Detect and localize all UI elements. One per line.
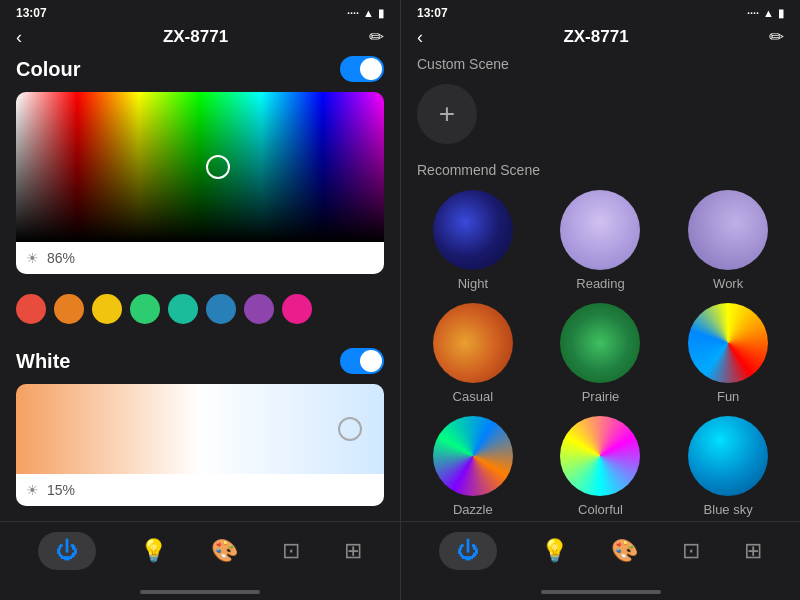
- sun-icon: ☀: [26, 250, 39, 266]
- recommend-scene-label: Recommend Scene: [417, 162, 784, 178]
- custom-scene-label: Custom Scene: [417, 56, 784, 72]
- right-edit-button[interactable]: ✏: [769, 26, 784, 48]
- right-time: 13:07: [417, 6, 448, 20]
- left-bottom-nav: ⏻ 💡 🎨 ⊡ ⊞: [0, 521, 400, 586]
- left-status-icons: ···· ▲ ▮: [347, 7, 384, 20]
- left-phone: 13:07 ···· ▲ ▮ ‹ ZX-8771 ✏ Colour ☀ 86%: [0, 0, 400, 600]
- edit-button[interactable]: ✏: [369, 26, 384, 48]
- color-picker-cursor[interactable]: [206, 155, 230, 179]
- white-section-header: White: [16, 348, 384, 374]
- colour-toggle[interactable]: [340, 56, 384, 82]
- white-label: White: [16, 350, 70, 373]
- scene-dazzle[interactable]: Dazzle: [417, 416, 529, 517]
- scene-prairie[interactable]: Prairie: [545, 303, 657, 404]
- right-signal-icon: ····: [747, 7, 759, 19]
- right-status-icons: ···· ▲ ▮: [747, 7, 784, 20]
- scene-bluesky-circle: [688, 416, 768, 496]
- scene-dazzle-label: Dazzle: [453, 502, 493, 517]
- scene-reading[interactable]: Reading: [545, 190, 657, 291]
- palette-icon: 🎨: [211, 538, 238, 564]
- left-nav-power[interactable]: ⏻: [38, 532, 96, 570]
- colour-label: Colour: [16, 58, 80, 81]
- white-picker-cursor[interactable]: [338, 417, 362, 441]
- battery-icon: ▮: [378, 7, 384, 20]
- right-wifi-icon: ▲: [763, 7, 774, 19]
- scene-work-label: Work: [713, 276, 743, 291]
- right-nav-color[interactable]: 🎨: [611, 538, 638, 564]
- right-nav-power[interactable]: ⏻: [439, 532, 497, 570]
- swatch-pink[interactable]: [282, 294, 312, 324]
- scene-night-label: Night: [458, 276, 488, 291]
- left-content: Colour ☀ 86% White: [0, 56, 400, 521]
- scene-fun-circle: [688, 303, 768, 383]
- scene-casual-circle: [433, 303, 513, 383]
- grid-icon: ⊞: [344, 538, 362, 564]
- right-bottom-nav: ⏻ 💡 🎨 ⊡ ⊞: [401, 521, 800, 586]
- swatch-teal[interactable]: [168, 294, 198, 324]
- scene-colorful-circle: [560, 416, 640, 496]
- color-picker-container: ☀ 86%: [16, 92, 384, 274]
- scene-colorful[interactable]: Colorful: [545, 416, 657, 517]
- left-status-bar: 13:07 ···· ▲ ▮: [0, 0, 400, 22]
- right-back-button[interactable]: ‹: [417, 27, 423, 48]
- power-icon: ⏻: [56, 538, 78, 564]
- light-icon: 💡: [140, 538, 167, 564]
- scene-casual[interactable]: Casual: [417, 303, 529, 404]
- back-button[interactable]: ‹: [16, 27, 22, 48]
- white-brightness-row: ☀ 15%: [16, 474, 384, 506]
- left-home-indicator: [140, 590, 260, 594]
- add-custom-scene-button[interactable]: +: [417, 84, 477, 144]
- scene-work-circle: [688, 190, 768, 270]
- white-picker-container: ☀ 15%: [16, 384, 384, 506]
- swatch-red[interactable]: [16, 294, 46, 324]
- right-power-icon: ⏻: [457, 538, 479, 564]
- right-battery-icon: ▮: [778, 7, 784, 20]
- scene-colorful-label: Colorful: [578, 502, 623, 517]
- right-device-title: ZX-8771: [563, 27, 628, 47]
- scene-prairie-label: Prairie: [582, 389, 620, 404]
- right-nav-timer[interactable]: ⊡: [682, 538, 700, 564]
- left-nav-timer[interactable]: ⊡: [282, 538, 300, 564]
- color-gradient[interactable]: [16, 92, 384, 242]
- signal-icon: ····: [347, 7, 359, 19]
- left-nav-color[interactable]: 🎨: [211, 538, 238, 564]
- scene-prairie-circle: [560, 303, 640, 383]
- right-grid-icon: ⊞: [744, 538, 762, 564]
- left-nav-grid[interactable]: ⊞: [344, 538, 362, 564]
- scene-bluesky-label: Blue sky: [704, 502, 753, 517]
- swatch-yellow[interactable]: [92, 294, 122, 324]
- scene-night-circle: [433, 190, 513, 270]
- color-swatches: [16, 284, 384, 334]
- colour-brightness-row: ☀ 86%: [16, 242, 384, 274]
- scene-bluesky[interactable]: Blue sky: [672, 416, 784, 517]
- left-header: ‹ ZX-8771 ✏: [0, 22, 400, 56]
- scene-dazzle-circle: [433, 416, 513, 496]
- colour-brightness-value: 86%: [47, 250, 75, 266]
- left-device-title: ZX-8771: [163, 27, 228, 47]
- swatch-purple[interactable]: [244, 294, 274, 324]
- wifi-icon: ▲: [363, 7, 374, 19]
- right-nav-light[interactable]: 💡: [541, 538, 568, 564]
- scene-work[interactable]: Work: [672, 190, 784, 291]
- right-palette-icon: 🎨: [611, 538, 638, 564]
- right-light-icon: 💡: [541, 538, 568, 564]
- right-status-bar: 13:07 ···· ▲ ▮: [401, 0, 800, 22]
- white-brightness-value: 15%: [47, 482, 75, 498]
- white-toggle[interactable]: [340, 348, 384, 374]
- swatch-blue[interactable]: [206, 294, 236, 324]
- timer-icon: ⊡: [282, 538, 300, 564]
- scene-night[interactable]: Night: [417, 190, 529, 291]
- white-sun-icon: ☀: [26, 482, 39, 498]
- right-timer-icon: ⊡: [682, 538, 700, 564]
- scene-grid: Night Reading Work Casual Prairie Fun: [417, 190, 784, 521]
- right-phone: 13:07 ···· ▲ ▮ ‹ ZX-8771 ✏ Custom Scene …: [400, 0, 800, 600]
- white-gradient[interactable]: [16, 384, 384, 474]
- left-time: 13:07: [16, 6, 47, 20]
- scene-reading-circle: [560, 190, 640, 270]
- scene-reading-label: Reading: [576, 276, 624, 291]
- swatch-green[interactable]: [130, 294, 160, 324]
- swatch-orange[interactable]: [54, 294, 84, 324]
- right-nav-grid[interactable]: ⊞: [744, 538, 762, 564]
- left-nav-light[interactable]: 💡: [140, 538, 167, 564]
- scene-fun[interactable]: Fun: [672, 303, 784, 404]
